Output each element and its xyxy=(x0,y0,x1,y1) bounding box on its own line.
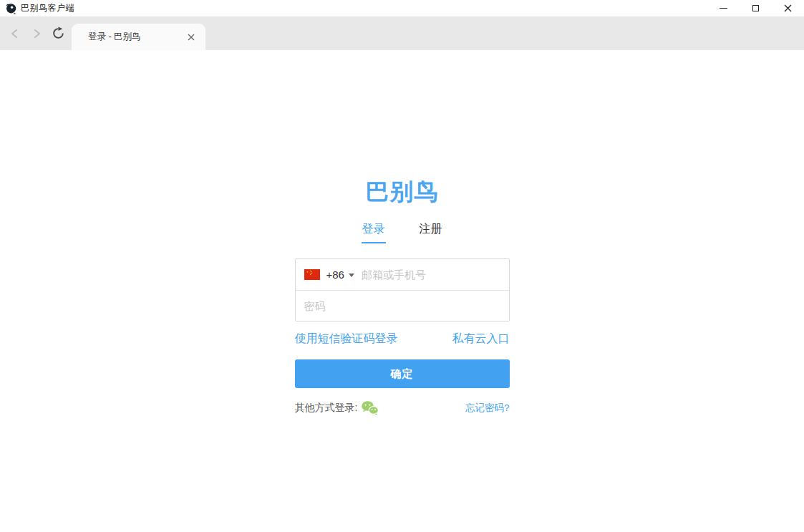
forward-icon xyxy=(30,27,43,40)
close-icon xyxy=(188,34,195,41)
app-logo-bird-icon xyxy=(5,3,16,14)
minimize-button[interactable] xyxy=(707,0,740,16)
refresh-icon xyxy=(52,26,65,40)
country-code-value: +86 xyxy=(326,269,344,281)
browser-toolbar: 登录 - 巴别鸟 xyxy=(0,16,804,50)
submit-button[interactable]: 确定 xyxy=(295,359,510,388)
back-icon xyxy=(9,27,21,40)
china-flag-icon xyxy=(304,269,320,280)
login-form: +86 xyxy=(295,258,510,321)
maximize-icon xyxy=(752,5,759,11)
window-title: 巴别鸟客户端 xyxy=(21,2,74,14)
tab-login[interactable]: 登录 xyxy=(362,222,386,243)
close-window-button[interactable] xyxy=(772,0,804,16)
wechat-icon xyxy=(361,400,379,416)
browser-tab-login[interactable]: 登录 - 巴别鸟 xyxy=(72,24,205,50)
wechat-login-button[interactable] xyxy=(361,400,379,417)
forgot-password-link[interactable]: 忘记密码? xyxy=(465,402,510,415)
chevron-down-icon xyxy=(349,274,354,277)
forward-button[interactable] xyxy=(26,23,47,44)
country-code-dropdown[interactable]: +86 xyxy=(326,269,354,281)
other-login-label: 其他方式登录: xyxy=(295,402,358,415)
account-row: +86 xyxy=(296,259,509,290)
refresh-button[interactable] xyxy=(47,23,69,44)
titlebar: 巴别鸟客户端 xyxy=(0,0,804,16)
back-button[interactable] xyxy=(4,23,26,44)
login-panel: 巴别鸟 登录 注册 +86 xyxy=(295,50,510,417)
account-input[interactable] xyxy=(362,269,500,281)
window-controls xyxy=(707,0,804,16)
maximize-button[interactable] xyxy=(740,0,772,16)
tab-close-button[interactable] xyxy=(184,30,198,44)
auxiliary-links: 使用短信验证码登录 私有云入口 xyxy=(295,332,510,347)
tab-title: 登录 - 巴别鸟 xyxy=(88,31,184,43)
auth-tabs: 登录 注册 xyxy=(295,222,510,243)
tab-register[interactable]: 注册 xyxy=(419,222,443,243)
minimize-icon xyxy=(720,8,727,9)
sms-login-link[interactable]: 使用短信验证码登录 xyxy=(295,332,398,347)
close-icon xyxy=(784,4,792,12)
password-row xyxy=(296,290,509,321)
brand-logo-text: 巴别鸟 xyxy=(295,179,510,205)
password-input[interactable] xyxy=(304,300,500,312)
page-content: 巴别鸟 登录 注册 +86 xyxy=(0,50,804,532)
bottom-row: 其他方式登录: 忘记密码? xyxy=(295,400,510,417)
private-cloud-link[interactable]: 私有云入口 xyxy=(452,332,510,347)
